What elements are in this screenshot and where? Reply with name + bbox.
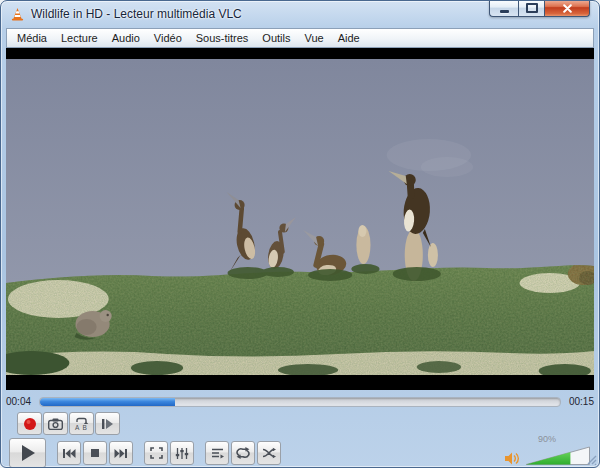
- speaker-icon[interactable]: [504, 451, 520, 466]
- menu-outils[interactable]: Outils: [255, 30, 297, 46]
- fullscreen-button[interactable]: [144, 441, 168, 465]
- video-canvas[interactable]: [6, 59, 594, 375]
- stop-button[interactable]: [83, 441, 107, 465]
- loop-ab-button[interactable]: A B: [69, 412, 94, 435]
- stop-icon: [90, 448, 100, 458]
- maximize-button[interactable]: [518, 0, 545, 17]
- next-icon: [114, 448, 128, 459]
- play-icon: [20, 444, 36, 462]
- total-time: 00:15: [567, 396, 594, 407]
- window-title: Wildlife in HD - Lecteur multimédia VLC: [31, 7, 242, 21]
- seek-row: 00:04 00:15: [6, 390, 594, 410]
- svg-text:A: A: [75, 424, 80, 431]
- menu-vue[interactable]: Vue: [297, 30, 330, 46]
- snapshot-button[interactable]: [43, 412, 68, 435]
- transport-bar: 90%: [9, 437, 594, 468]
- volume-percent: 90%: [538, 434, 556, 444]
- window-controls: [489, 0, 590, 17]
- playlist-button[interactable]: [205, 441, 229, 465]
- loop-button[interactable]: [231, 441, 255, 465]
- menubar: Média Lecture Audio Vidéo Sous-titres Ou…: [6, 28, 594, 48]
- menu-aide[interactable]: Aide: [331, 30, 367, 46]
- minimize-button[interactable]: [489, 0, 518, 17]
- next-button[interactable]: [109, 441, 133, 465]
- random-icon: [262, 447, 276, 459]
- volume-control: 90%: [504, 445, 591, 466]
- equalizer-icon: [175, 447, 189, 460]
- close-button[interactable]: [545, 0, 590, 17]
- record-button[interactable]: [17, 412, 42, 435]
- seek-progress-fill: [40, 398, 175, 406]
- elapsed-time: 00:04: [6, 396, 33, 407]
- random-button[interactable]: [257, 441, 281, 465]
- camera-icon: [48, 418, 63, 430]
- frame-step-icon: [101, 418, 114, 430]
- minimize-icon: [500, 10, 509, 13]
- resize-grip[interactable]: [587, 455, 597, 465]
- close-icon: [563, 4, 572, 13]
- fullscreen-icon: [150, 447, 163, 459]
- playlist-icon: [211, 447, 224, 459]
- menu-lecture[interactable]: Lecture: [54, 30, 105, 46]
- menu-media[interactable]: Média: [10, 30, 54, 46]
- titlebar: Wildlife in HD - Lecteur multimédia VLC: [1, 1, 599, 27]
- advanced-toolbar: A B: [17, 412, 594, 435]
- record-icon: [23, 417, 37, 431]
- seek-bar[interactable]: [39, 397, 561, 407]
- frame-by-frame-button[interactable]: [95, 412, 120, 435]
- maximize-icon: [526, 3, 538, 13]
- svg-text:B: B: [83, 424, 87, 431]
- loop-ab-icon: A B: [74, 417, 89, 431]
- menu-audio[interactable]: Audio: [105, 30, 147, 46]
- play-pause-button[interactable]: [9, 438, 46, 468]
- menu-video[interactable]: Vidéo: [147, 30, 189, 46]
- extended-settings-button[interactable]: [170, 441, 194, 465]
- volume-slider[interactable]: [525, 445, 591, 466]
- vlc-window: Wildlife in HD - Lecteur multimédia VLC …: [0, 0, 600, 468]
- loop-icon: [236, 447, 250, 459]
- previous-icon: [62, 448, 76, 459]
- controls-area: 00:04 00:15: [6, 390, 594, 468]
- video-letterbox: [6, 48, 594, 390]
- menu-sous-titres[interactable]: Sous-titres: [189, 30, 256, 46]
- vlc-cone-icon: [10, 7, 25, 22]
- previous-button[interactable]: [57, 441, 81, 465]
